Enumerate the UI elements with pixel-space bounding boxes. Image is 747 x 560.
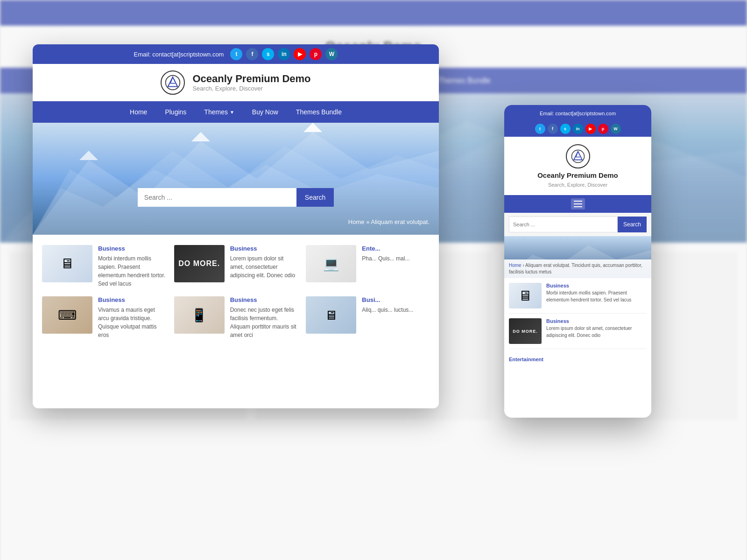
pinterest-icon[interactable]: p: [310, 48, 322, 60]
youtube-icon[interactable]: ▶: [294, 48, 306, 60]
mobile-site-title: Oceanly Premium Demo: [537, 171, 618, 179]
card-1: Business Morbi interdum mollis sapien. P…: [42, 245, 166, 288]
mobile-pinterest-icon[interactable]: p: [598, 124, 608, 134]
card-5-text: Donec nec justo eget felis facilisis fer…: [230, 306, 298, 339]
card-5: Business Donec nec justo eget felis faci…: [174, 296, 298, 339]
social-icons-row: t f s in ▶ p W: [230, 48, 338, 60]
mobile-search-bar: Search: [504, 213, 651, 236]
hamburger-line-1: [574, 201, 582, 202]
card-6-category[interactable]: Busi...: [362, 296, 413, 303]
card-3-content: Ente... Pha... Quis... mal...: [362, 245, 409, 263]
card-2: DO MORE. Business Lorem ipsum dolor sit …: [174, 245, 298, 288]
email-text: Email: contact[at]scriptstown.com: [134, 51, 224, 58]
logo-icon: [161, 70, 185, 95]
search-input[interactable]: [138, 188, 296, 207]
mobile-search-input[interactable]: [509, 217, 618, 232]
mobile-search-button[interactable]: Search: [618, 217, 647, 232]
card-2-image: DO MORE.: [174, 245, 225, 282]
mobile-breadcrumb-home[interactable]: Home: [509, 263, 521, 268]
mobile-linkedin-icon[interactable]: in: [573, 124, 583, 134]
svg-marker-3: [168, 77, 177, 86]
site-title: Oceanly Premium Demo: [192, 73, 310, 85]
card-3-text: Pha... Quis... mal...: [362, 254, 409, 263]
search-button[interactable]: Search: [296, 188, 334, 207]
mobile-card-1: Business Morbi interdum mollis sapien. P…: [509, 283, 647, 314]
logo-text: Oceanly Premium Demo Search, Explore, Di…: [192, 73, 310, 92]
mobile-breadcrumb: Home › Aliquam erat volutpat. Tincidunt …: [504, 259, 651, 278]
card-6-content: Busi... Aliq... quis... luctus...: [362, 296, 413, 314]
card-3: Ente... Pha... Quis... mal...: [306, 245, 430, 288]
mobile-card-2: DO MORE. Business Lorem ipsum dolor sit …: [509, 318, 647, 349]
linkedin-icon[interactable]: in: [278, 48, 290, 60]
site-tagline: Search, Explore, Discover: [192, 85, 310, 92]
svg-marker-14: [574, 152, 582, 160]
mobile-card-1-text: Morbi interdum mollis sapien. Praesent e…: [546, 290, 647, 303]
desktop-header: Oceanly Premium Demo Search, Explore, Di…: [33, 64, 439, 101]
nav-themes-bundle[interactable]: Themes Bundle: [289, 105, 349, 119]
card-2-category[interactable]: Business: [230, 245, 298, 252]
nav-themes[interactable]: Themes ▼: [197, 105, 241, 119]
hero-search-bar: Search: [138, 188, 334, 207]
mobile-skype-icon[interactable]: s: [560, 124, 571, 134]
card-1-text: Morbi interdum mollis sapien. Praesent e…: [98, 254, 166, 288]
mobile-cards: Business Morbi interdum mollis sapien. P…: [504, 278, 651, 367]
hamburger-line-3: [574, 206, 582, 207]
mobile-twitter-icon[interactable]: t: [535, 124, 545, 134]
nav-buy-now[interactable]: Buy Now: [245, 105, 286, 119]
mobile-logo-icon: [566, 144, 590, 168]
mobile-card-2-content: Business Lorem ipsum dolor sit amet, con…: [546, 318, 647, 339]
card-4-image: [42, 296, 92, 334]
desktop-top-bar: Email: contact[at]scriptstown.com t f s …: [33, 44, 439, 64]
twitter-icon[interactable]: t: [230, 48, 242, 60]
breadcrumb-separator: »: [366, 218, 371, 225]
card-4: Business Vivamus a mauris eget arcu grav…: [42, 296, 166, 339]
breadcrumb-home-link[interactable]: Home: [348, 218, 365, 225]
mobile-email: Email: contact[at]scriptstown.com: [540, 111, 616, 116]
breadcrumb: Home » Aliquam erat volutpat.: [348, 218, 430, 225]
nav-home[interactable]: Home: [122, 105, 155, 119]
card-6-image: [306, 296, 356, 334]
card-6-text: Aliq... quis... luctus...: [362, 306, 413, 314]
card-1-content: Business Morbi interdum mollis sapien. P…: [98, 245, 166, 288]
mobile-card-2-category[interactable]: Business: [546, 318, 647, 324]
card-5-category[interactable]: Business: [230, 296, 298, 303]
mobile-card-2-text: Lorem ipsum dolor sit amet, consectetuer…: [546, 325, 647, 339]
mobile-card-1-category[interactable]: Business: [546, 283, 647, 288]
desktop-mockup: Email: contact[at]scriptstown.com t f s …: [33, 44, 439, 408]
card-4-category[interactable]: Business: [98, 296, 166, 303]
mobile-breadcrumb-path: Aliquam erat volutpat. Tincidunt quis, a…: [509, 263, 642, 274]
mobile-header: Oceanly Premium Demo Search, Explore, Di…: [504, 137, 651, 195]
card-1-category[interactable]: Business: [98, 245, 166, 252]
themes-dropdown-icon: ▼: [230, 110, 234, 115]
wordpress-icon[interactable]: W: [325, 48, 338, 60]
mobile-card-1-content: Business Morbi interdum mollis sapien. P…: [546, 283, 647, 303]
desktop-nav: Home Plugins Themes ▼ Buy Now Themes Bun…: [33, 101, 439, 123]
mobile-card-1-image: [509, 283, 542, 308]
nav-plugins[interactable]: Plugins: [157, 105, 194, 119]
card-6: Busi... Aliq... quis... luctus...: [306, 296, 430, 339]
desktop-hero: Search Home » Aliquam erat volutpat.: [33, 123, 439, 235]
mobile-nav-bar: [504, 195, 651, 213]
skype-icon[interactable]: s: [262, 48, 274, 60]
card-4-content: Business Vivamus a mauris eget arcu grav…: [98, 296, 166, 339]
facebook-icon[interactable]: f: [246, 48, 258, 60]
card-3-image: [306, 245, 356, 282]
mobile-entertainment-category[interactable]: Entertainment: [509, 354, 647, 362]
card-2-text: Lorem ipsum dolor sit amet, consectetuer…: [230, 254, 298, 280]
mobile-site-tagline: Search, Explore, Discover: [548, 182, 607, 188]
card-1-image: [42, 245, 92, 282]
card-5-image: [174, 296, 225, 334]
mobile-card-2-image: DO MORE.: [509, 318, 542, 344]
mobile-facebook-icon[interactable]: f: [548, 124, 558, 134]
breadcrumb-current: Aliquam erat volutpat.: [371, 218, 430, 225]
hamburger-menu[interactable]: [571, 198, 585, 210]
mobile-mockup: Email: contact[at]scriptstown.com t f s …: [504, 105, 651, 418]
card-3-category[interactable]: Ente...: [362, 245, 409, 252]
cards-grid: Business Morbi interdum mollis sapien. P…: [33, 235, 439, 350]
card-5-content: Business Donec nec justo eget felis faci…: [230, 296, 298, 339]
mobile-youtube-icon[interactable]: ▶: [585, 124, 596, 134]
card-2-content: Business Lorem ipsum dolor sit amet, con…: [230, 245, 298, 280]
hamburger-line-2: [574, 203, 582, 204]
mobile-wordpress-icon[interactable]: W: [611, 124, 621, 134]
mobile-social-row: t f s in ▶ p W: [504, 122, 651, 137]
